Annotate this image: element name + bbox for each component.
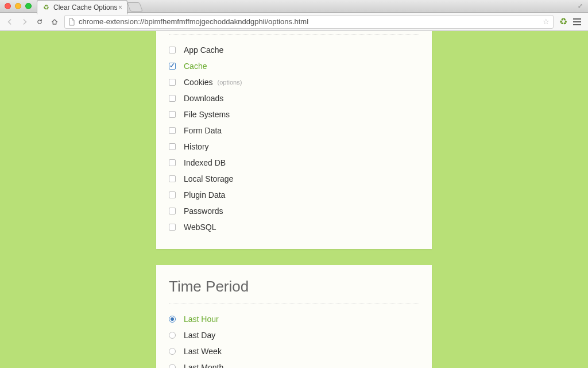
data-item-row: Local Storage [169,171,419,187]
divider [169,304,419,304]
data-item-checkbox[interactable] [169,191,176,198]
page-viewport: App CacheCacheCookies(options)DownloadsF… [0,31,588,368]
data-item-row: File Systems [169,106,419,122]
time-period-panel: Time Period Last HourLast DayLast WeekLa… [156,265,432,368]
data-item-checkbox[interactable] [169,63,176,70]
close-window-button[interactable] [5,3,11,9]
extension-recycle-icon[interactable]: ♻ [558,17,568,27]
data-item-label[interactable]: Downloads [184,94,223,103]
page-icon [68,18,75,26]
data-item-row: Cache [169,58,419,74]
data-item-row: App Cache [169,42,419,58]
cookies-options-link[interactable]: (options) [218,79,242,86]
time-item-label[interactable]: Last Hour [184,315,219,324]
time-item-radio[interactable] [169,332,176,339]
close-tab-icon[interactable]: × [118,3,122,12]
data-item-row: Indexed DB [169,155,419,171]
time-item-row: Last Hour [169,311,419,327]
data-item-checkbox[interactable] [169,95,176,102]
recycle-icon: ♻ [42,3,50,12]
forward-button[interactable] [20,17,30,27]
chrome-menu-icon[interactable] [573,17,583,27]
data-item-label[interactable]: Cache [184,62,207,71]
time-item-radio[interactable] [169,348,176,355]
data-item-row: Form Data [169,122,419,139]
data-item-checkbox[interactable] [169,175,176,182]
time-item-row: Last Week [169,343,419,359]
data-to-remove-panel: App CacheCacheCookies(options)DownloadsF… [156,31,432,249]
time-item-row: Last Month [169,359,419,368]
data-item-checkbox[interactable] [169,143,176,150]
data-item-label[interactable]: History [184,142,209,151]
url-text: chrome-extension://bpimfhemfmffmojgechod… [79,17,543,26]
data-item-row: History [169,139,419,155]
data-item-label[interactable]: App Cache [184,45,223,55]
browser-toolbar: chrome-extension://bpimfhemfmffmojgechod… [0,13,588,31]
data-item-checkbox[interactable] [169,224,176,231]
data-item-label[interactable]: Indexed DB [184,158,226,167]
data-item-label[interactable]: WebSQL [184,223,216,232]
data-item-checkbox[interactable] [169,79,176,86]
time-item-row: Last Day [169,327,419,343]
data-item-label[interactable]: Form Data [184,126,222,135]
data-item-row: Plugin Data [169,187,419,203]
address-bar[interactable]: chrome-extension://bpimfhemfmffmojgechod… [64,15,554,29]
data-item-label[interactable]: Cookies [184,78,213,87]
time-period-heading: Time Period [169,265,419,304]
data-item-row: Downloads [169,90,419,106]
time-item-radio[interactable] [169,364,176,368]
data-item-label[interactable]: Local Storage [184,174,233,183]
window-controls [5,3,32,9]
data-item-checkbox[interactable] [169,208,176,214]
browser-tab[interactable]: ♻ Clear Cache Options × [37,0,127,14]
data-item-label[interactable]: Passwords [184,206,223,216]
back-button[interactable] [5,17,15,27]
data-item-checkbox[interactable] [169,159,176,166]
data-item-label[interactable]: File Systems [184,110,230,119]
data-item-row: WebSQL [169,219,419,235]
fullscreen-icon[interactable]: ⤢ [578,2,585,9]
time-item-label[interactable]: Last Month [184,363,223,368]
time-item-label[interactable]: Last Day [184,331,215,340]
data-item-label[interactable]: Plugin Data [184,190,225,200]
time-item-radio[interactable] [169,316,176,323]
data-item-checkbox[interactable] [169,127,176,134]
bookmark-star-icon[interactable]: ☆ [543,17,550,26]
data-item-checkbox[interactable] [169,47,176,53]
home-button[interactable] [49,17,60,27]
data-item-row: Passwords [169,203,419,219]
tab-title: Clear Cache Options [53,3,118,12]
data-item-checkbox[interactable] [169,111,176,118]
data-item-row: Cookies(options) [169,74,419,90]
zoom-window-button[interactable] [25,3,32,9]
time-item-label[interactable]: Last Week [184,347,222,356]
divider [169,34,419,35]
reload-button[interactable] [34,17,45,27]
minimize-window-button[interactable] [15,3,21,9]
